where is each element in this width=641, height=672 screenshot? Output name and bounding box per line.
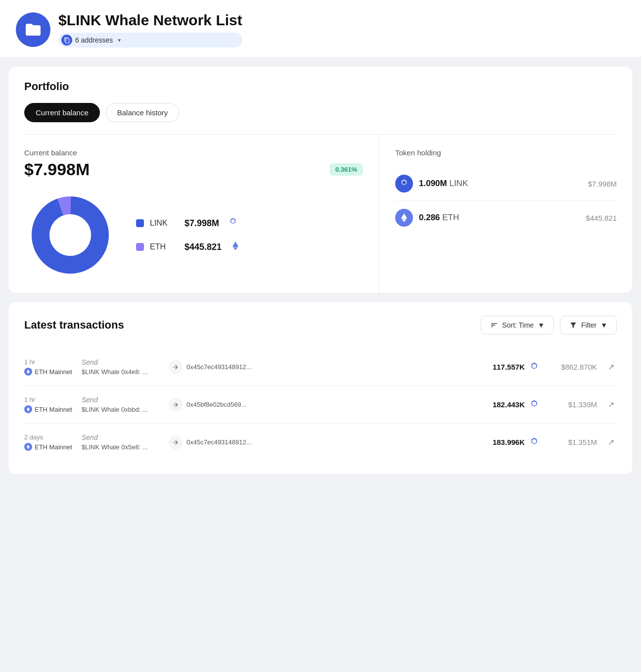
tx-from-1: $LINK Whale 0x4e8: ...: [82, 368, 161, 376]
tx-usd-3: $1.351M: [548, 438, 597, 446]
tx-usd-2: $1.339M: [548, 400, 597, 409]
legend-name-link: LINK: [150, 219, 175, 228]
header-info: $LINK Whale Network List 6 addresses ▼: [58, 12, 242, 48]
donut-chart: [28, 193, 112, 277]
external-link-button-1[interactable]: ↗: [605, 361, 617, 373]
tx-to-3: 0x45c7ec493148912...: [186, 438, 252, 446]
tx-time-1: 1 hr: [24, 358, 74, 366]
link-amount-icon-2: [529, 399, 540, 410]
tx-type-from-1: Send $LINK Whale 0x4e8: ...: [82, 358, 161, 376]
legend-dot-link: [136, 219, 144, 227]
tx-time-network-3: 2 days ETH Mainnet: [24, 433, 74, 451]
copy-icon: [64, 37, 70, 44]
tx-controls: Sort: Time ▼ Filter ▼: [481, 316, 617, 335]
tx-to-2: 0x45bf8e02bcd569...: [186, 401, 246, 408]
table-row: 1 hr ETH Mainnet Send $LINK Whale 0xbbd:…: [24, 386, 617, 424]
portfolio-content: Current balance $7.998M 0.361%: [24, 134, 617, 293]
filter-label: Filter: [581, 321, 596, 329]
tx-amount-area-1: 117.557K: [470, 362, 540, 373]
tx-time-3: 2 days: [24, 433, 74, 441]
tx-token-amount-1: 117.557K: [493, 363, 525, 371]
sort-label: Sort: Time: [502, 321, 534, 329]
arrow-right-icon-3: [169, 435, 183, 449]
table-row: 1 hr ETH Mainnet Send $LINK Whale 0x4e8:…: [24, 348, 617, 386]
balance-percentage: 0.361%: [329, 163, 363, 176]
filter-icon: [569, 321, 577, 329]
addresses-count: 6 addresses: [75, 36, 113, 44]
legend-item-eth: ETH $445.821: [136, 241, 240, 253]
portfolio-left: Current balance $7.998M 0.361%: [24, 135, 379, 293]
balance-amount: $7.998M: [24, 160, 90, 179]
filter-button[interactable]: Filter ▼: [560, 316, 617, 335]
tx-token-amount-2: 182.443K: [493, 400, 525, 409]
sort-chevron-icon: ▼: [538, 321, 545, 329]
eth-mainnet-icon-1: [24, 368, 32, 376]
eth-amount: 0.286 ETH: [419, 213, 580, 223]
tab-row: Current balance Balance history: [24, 103, 617, 122]
eth-token-icon: [230, 241, 240, 253]
balance-row: $7.998M 0.361%: [24, 160, 363, 179]
table-row: 2 days ETH Mainnet Send $LINK Whale 0x5e…: [24, 424, 617, 461]
link-icon: [395, 175, 413, 192]
tab-balance-history[interactable]: Balance history: [106, 103, 180, 122]
sort-icon: [490, 321, 498, 329]
chevron-down-icon: ▼: [117, 38, 122, 43]
token-row-eth: 0.286 ETH $445.821: [395, 201, 617, 235]
header: $LINK Whale Network List 6 addresses ▼: [0, 0, 641, 58]
tx-arrow-area-3: 0x45c7ec493148912...: [169, 435, 462, 449]
tx-time-network-1: 1 hr ETH Mainnet: [24, 358, 74, 376]
portfolio-title: Portfolio: [24, 80, 617, 93]
chart-area: LINK $7.998M ETH $445.821: [24, 193, 363, 277]
tx-time-2: 1 hr: [24, 396, 74, 403]
arrow-right-icon-2: [169, 398, 183, 412]
link-amount: 1.090M LINK: [419, 179, 582, 189]
transactions-title: Latest transactions: [24, 319, 124, 332]
tx-type-2: Send: [82, 396, 161, 404]
legend-item-link: LINK $7.998M: [136, 217, 240, 229]
tx-usd-1: $862.870K: [548, 363, 597, 371]
link-amount-icon-3: [529, 437, 540, 448]
token-holding-label: Token holding: [395, 148, 617, 157]
eth-icon: [395, 209, 413, 227]
badge-icon: [61, 35, 72, 46]
tx-token-amount-3: 183.996K: [493, 438, 525, 446]
avatar: [16, 12, 50, 47]
current-balance-label: Current balance: [24, 148, 363, 157]
legend-name-eth: ETH: [150, 242, 175, 251]
eth-mainnet-icon-2: [24, 405, 32, 413]
external-link-button-3[interactable]: ↗: [605, 436, 617, 448]
portfolio-section: Portfolio Current balance Balance histor…: [8, 66, 633, 293]
arrow-right-icon-1: [169, 360, 183, 374]
tx-network-1: ETH Mainnet: [24, 368, 74, 376]
tx-time-network-2: 1 hr ETH Mainnet: [24, 396, 74, 413]
folder-icon: [24, 21, 42, 39]
tx-network-2: ETH Mainnet: [24, 405, 74, 413]
legend-dot-eth: [136, 243, 144, 251]
tab-current-balance[interactable]: Current balance: [24, 103, 100, 122]
external-link-button-2[interactable]: ↗: [605, 399, 617, 411]
tx-network-3: ETH Mainnet: [24, 443, 74, 451]
eth-mainnet-icon-3: [24, 443, 32, 451]
chart-legend: LINK $7.998M ETH $445.821: [136, 217, 240, 253]
legend-value-link: $7.998M: [184, 218, 219, 229]
tx-arrow-area-1: 0x45c7ec493148912...: [169, 360, 462, 374]
svg-point-2: [49, 214, 91, 256]
sort-button[interactable]: Sort: Time ▼: [481, 316, 554, 335]
tx-amount-area-2: 182.443K: [470, 399, 540, 410]
portfolio-right: Token holding 1.090M LINK $7.998M: [379, 135, 617, 293]
tx-type-3: Send: [82, 433, 161, 441]
tx-from-2: $LINK Whale 0xbbd: ...: [82, 406, 161, 413]
token-row-link: 1.090M LINK $7.998M: [395, 167, 617, 201]
link-token-icon: [228, 217, 238, 229]
tx-from-3: $LINK Whale 0x5e8: ...: [82, 443, 161, 451]
transactions-header: Latest transactions Sort: Time ▼ Filter …: [24, 316, 617, 335]
filter-chevron-icon: ▼: [600, 321, 607, 329]
link-amount-icon-1: [529, 362, 540, 373]
addresses-badge[interactable]: 6 addresses ▼: [58, 33, 242, 48]
tx-to-1: 0x45c7ec493148912...: [186, 363, 252, 371]
tx-amount-area-3: 183.996K: [470, 437, 540, 448]
tx-type-from-3: Send $LINK Whale 0x5e8: ...: [82, 433, 161, 451]
legend-value-eth: $445.821: [184, 242, 222, 252]
tx-type-from-2: Send $LINK Whale 0xbbd: ...: [82, 396, 161, 413]
page-title: $LINK Whale Network List: [58, 12, 242, 29]
